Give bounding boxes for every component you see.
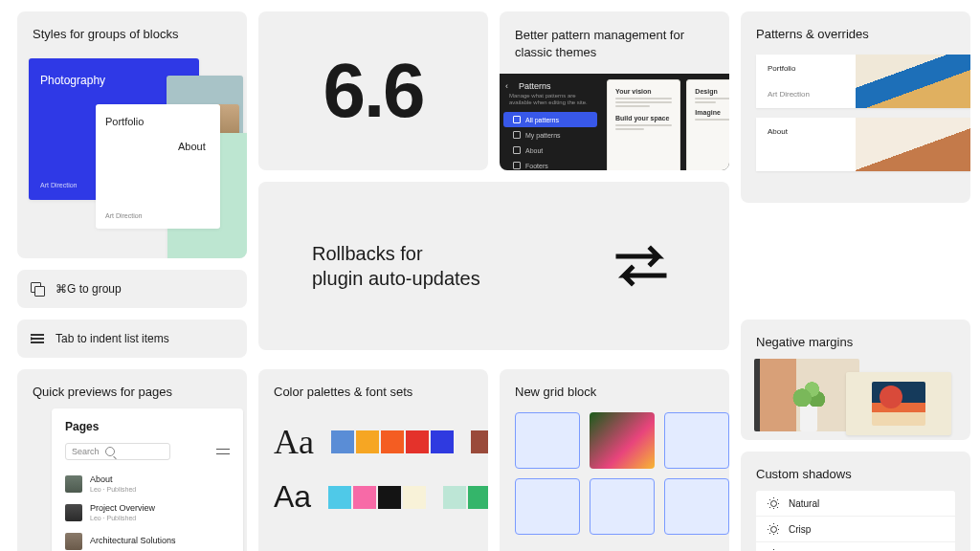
style-layers-preview: Photography Art Direction Portfolio Art … [29, 58, 232, 245]
card-title: Negative margins [756, 335, 955, 349]
page-thumbnail [65, 504, 82, 521]
pattern-thumbnail [856, 55, 970, 108]
card-title: Custom shadows [756, 467, 955, 481]
palette-row [443, 486, 488, 509]
font-sample-serif: Aa [274, 422, 314, 462]
mini-label: Tab to indent list items [56, 332, 169, 345]
card-rollbacks: Rollbacks forplugin auto-updates [258, 182, 729, 350]
layer-white: Portfolio Art Direction [96, 104, 220, 229]
dark-sidebar-subtitle: Manage what patterns are available when … [500, 93, 601, 112]
card-title: Better pattern management for classic th… [515, 27, 697, 60]
rollbacks-text: Rollbacks forplugin auto-updates [312, 241, 480, 291]
pages-panel-title: Pages [65, 420, 230, 433]
sidebar-item-footers[interactable]: Footers [503, 158, 597, 170]
color-swatch[interactable] [353, 486, 376, 509]
sidebar-item-about[interactable]: About [503, 143, 597, 158]
sun-icon [768, 497, 779, 509]
page-thumbnail [65, 533, 82, 550]
card-cmd-g-to-group: ⌘G to group [17, 270, 247, 308]
color-swatch[interactable] [381, 430, 404, 453]
palette-row [331, 430, 454, 453]
page-row[interactable]: Architectural Solutions [65, 527, 230, 551]
card-title: Styles for groups of blocks [33, 27, 232, 41]
card-quick-previews: Quick previews for pages Pages Search Ab… [17, 369, 247, 551]
folder-icon [513, 162, 521, 169]
shadow-item-natural[interactable]: Natural [756, 491, 955, 517]
pattern-thumbnail [856, 118, 970, 171]
search-icon [105, 447, 115, 456]
chevron-left-icon[interactable]: ‹ [505, 81, 508, 91]
search-input[interactable]: Search [65, 443, 170, 460]
shadow-item-crisp[interactable]: Crisp [756, 517, 955, 542]
palette-row [328, 486, 426, 509]
abstract-art [872, 382, 925, 426]
color-swatch[interactable] [471, 430, 488, 453]
group-icon [31, 282, 44, 296]
card-styles-for-groups: Styles for groups of blocks Photography … [17, 11, 247, 258]
grid-cell[interactable] [664, 412, 729, 469]
photo-a [754, 359, 859, 431]
sort-icon[interactable] [216, 447, 230, 456]
card-tab-to-indent: Tab to indent list items [17, 320, 247, 358]
grid-cell-image[interactable] [590, 412, 655, 469]
color-swatch[interactable] [378, 486, 401, 509]
layer-about-label: About [178, 141, 206, 152]
dark-panel-preview: ‹ Patterns Manage what patterns are avai… [500, 74, 729, 170]
shadow-item-sharp[interactable]: Sharp [756, 542, 955, 551]
card-negative-margins: Negative margins [741, 320, 970, 440]
indent-icon [31, 333, 44, 344]
color-swatch[interactable] [431, 430, 454, 453]
pattern-previews: Your vision Build your space Design Imag… [607, 79, 729, 170]
feature-grid: Styles for groups of blocks Photography … [0, 0, 980, 551]
layer-label: Photography [40, 74, 105, 87]
pattern-row-text: About [756, 118, 856, 171]
search-placeholder: Search [72, 447, 100, 456]
card-new-grid-block: New grid block [500, 369, 729, 551]
card-patterns-overrides: Patterns & overrides Portfolio Art Direc… [741, 11, 970, 203]
card-title: Patterns & overrides [756, 27, 955, 41]
layer-sublabel: Art Direction [105, 212, 143, 219]
color-swatch[interactable] [356, 430, 379, 453]
page-thumbnail [65, 475, 82, 493]
dark-sidebar-title: Patterns [500, 74, 601, 93]
grid-icon [513, 116, 521, 123]
version-number: 6.6 [323, 47, 423, 135]
card-title: Quick previews for pages [33, 385, 232, 399]
page-row[interactable]: AboutLeo · Published [65, 470, 230, 498]
color-swatch[interactable] [331, 430, 354, 453]
folder-icon [513, 146, 521, 154]
sidebar-item-my-patterns[interactable]: My patterns [503, 127, 597, 143]
pattern-row[interactable]: About [756, 118, 970, 171]
grid-cell[interactable] [515, 478, 580, 535]
color-swatch[interactable] [406, 430, 429, 453]
folder-icon [513, 131, 521, 139]
card-title: New grid block [515, 385, 714, 399]
photo-b [846, 372, 951, 435]
grid-preview [515, 412, 729, 535]
layer-sublabel: Art Direction [40, 182, 78, 188]
card-pattern-management: Better pattern management for classic th… [500, 11, 729, 170]
cycle-arrows-icon [609, 235, 676, 297]
pattern-preview[interactable]: Your vision Build your space [607, 79, 680, 170]
pattern-row[interactable]: Portfolio Art Direction [756, 55, 970, 108]
shadow-list: Natural Crisp Sharp Outlined [756, 491, 955, 551]
pattern-row-text: Portfolio Art Direction [756, 55, 856, 108]
card-title: Color palettes & font sets [274, 385, 473, 399]
page-row[interactable]: Project OverviewLeo · Published [65, 498, 230, 527]
color-swatch[interactable] [328, 486, 351, 509]
color-swatch[interactable] [443, 486, 466, 509]
dark-sidebar: ‹ Patterns Manage what patterns are avai… [500, 74, 601, 170]
sun-icon [768, 523, 779, 535]
grid-cell[interactable] [515, 412, 580, 469]
neg-margin-preview [754, 359, 955, 435]
sidebar-item-all-patterns[interactable]: All patterns [503, 112, 597, 127]
pattern-preview[interactable]: Design Imagine [686, 79, 729, 170]
grid-cell[interactable] [590, 478, 655, 535]
color-swatch[interactable] [403, 486, 426, 509]
vase-shape [800, 403, 817, 431]
mini-label: ⌘G to group [56, 282, 122, 296]
grid-cell[interactable] [664, 478, 729, 535]
card-color-palettes: Color palettes & font sets Aa Aa [258, 369, 488, 551]
palette-row [471, 430, 488, 453]
color-swatch[interactable] [468, 486, 488, 509]
